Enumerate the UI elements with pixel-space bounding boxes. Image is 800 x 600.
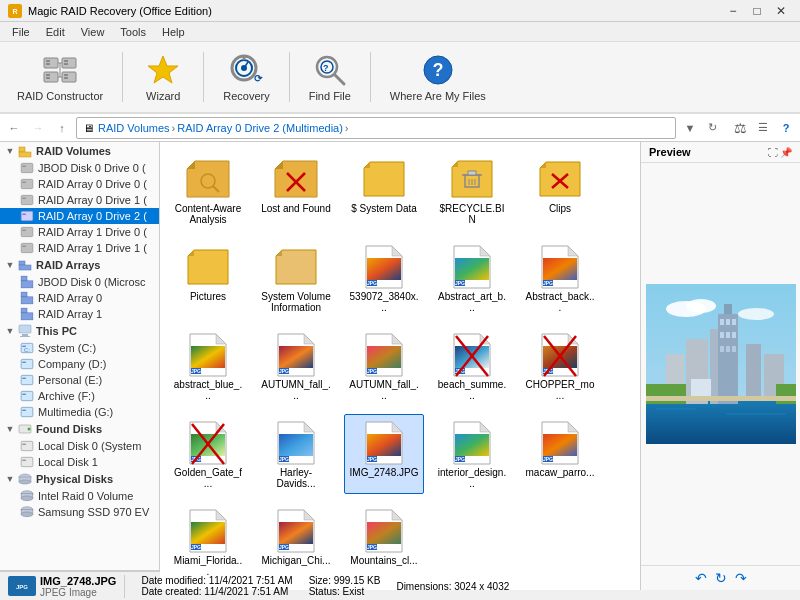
tree-section-physical-disks[interactable]: ▼ Physical Disks — [0, 470, 159, 488]
menu-edit[interactable]: Edit — [38, 24, 73, 40]
file-item-jpg-3[interactable]: JPG abstract_blue_... — [168, 326, 248, 406]
tree-item-archive-f[interactable]: Archive (F:) — [0, 388, 159, 404]
svg-point-67 — [28, 428, 31, 431]
tree-item-jbod-array[interactable]: JBOD Disk 0 (Microsc — [0, 274, 159, 290]
file-item-jpg-7[interactable]: JPG CHOPPER_mo... — [520, 326, 600, 406]
dropdown-button[interactable]: ▼ — [680, 118, 700, 138]
filter-button[interactable]: ⚖ — [730, 118, 750, 138]
tree-section-found-disks[interactable]: ▼ Found Disks — [0, 420, 159, 438]
svg-text:JPG: JPG — [367, 544, 377, 550]
breadcrumb-current[interactable]: RAID Array 0 Drive 2 (Multimedia) — [177, 122, 343, 134]
maximize-button[interactable]: □ — [746, 0, 768, 22]
file-item-jpg-4[interactable]: JPG AUTUMN_fall_... — [256, 326, 336, 406]
svg-text:⟳: ⟳ — [254, 73, 263, 84]
file-item-jpg-9[interactable]: JPG Harley-Davids... — [256, 414, 336, 494]
file-item-jpg-6[interactable]: JPG beach_summe... — [432, 326, 512, 406]
file-item-jpg-10[interactable]: JPG IMG_2748.JPG — [344, 414, 424, 494]
title-bar-left: R Magic RAID Recovery (Office Edition) — [8, 4, 212, 18]
tree-item-raid0[interactable]: RAID Array 0 — [0, 290, 159, 306]
refresh-button[interactable]: ↻ — [702, 118, 722, 138]
file-item-jpg-5[interactable]: JPG AUTUMN_fall_... — [344, 326, 424, 406]
svg-rect-227 — [726, 346, 730, 352]
svg-rect-35 — [22, 182, 26, 183]
file-item-system-data[interactable]: $ System Data — [344, 150, 424, 230]
view-button[interactable]: ☰ — [753, 118, 773, 138]
file-item-jpg-12[interactable]: JPG macaw_parro... — [520, 414, 600, 494]
svg-marker-179 — [480, 422, 490, 432]
find-file-button[interactable]: ? Find File — [300, 47, 360, 107]
status-created: Date created: 11/4/2021 7:51 AM — [141, 586, 292, 597]
preview-header: Preview ⛶ 📌 — [641, 142, 800, 163]
tree-section-raid-volumes[interactable]: ▼ RAID Volumes — [0, 142, 159, 160]
svg-marker-107 — [392, 246, 402, 256]
preview-rotate-right-btn[interactable]: ↷ — [735, 570, 747, 586]
file-item-jpg-14[interactable]: JPG Michigan_Chi... — [256, 502, 336, 582]
tree-item-local0[interactable]: Local Disk 0 (System — [0, 438, 159, 454]
tree-item-local1[interactable]: Local Disk 1 — [0, 454, 159, 470]
svg-rect-32 — [21, 163, 33, 172]
file-name-jpg-13: Miami_Florida... — [173, 555, 243, 577]
wizard-button[interactable]: Wizard — [133, 47, 193, 107]
menu-help[interactable]: Help — [154, 24, 193, 40]
tree-section-raid-arrays[interactable]: ▼ RAID Arrays — [0, 256, 159, 274]
preview-expand-btn[interactable]: ⛶ — [768, 147, 778, 158]
raid-constructor-button[interactable]: RAID Constructor — [8, 47, 112, 107]
file-item-jpg-0[interactable]: JPG 539072_3840x... — [344, 238, 424, 318]
where-files-button[interactable]: ? Where Are My Files — [381, 47, 495, 107]
file-item-recycle[interactable]: $RECYCLE.BIN — [432, 150, 512, 230]
file-item-jpg-2[interactable]: JPG Abstract_back... — [520, 238, 600, 318]
help-addr-button[interactable]: ? — [776, 118, 796, 138]
file-item-lost-found[interactable]: Lost and Found — [256, 150, 336, 230]
minimize-button[interactable]: − — [722, 0, 744, 22]
tree-item-raid0d2[interactable]: RAID Array 0 Drive 2 ( — [0, 208, 159, 224]
tree-expand-icon: ▼ — [4, 145, 16, 157]
file-icon-jpg-3: JPG — [184, 331, 232, 379]
svg-rect-3 — [46, 60, 50, 62]
file-item-jpg-8[interactable]: JPG Golden_Gate_f... — [168, 414, 248, 494]
tree-item-raid1[interactable]: RAID Array 1 — [0, 306, 159, 322]
file-item-pictures[interactable]: Pictures — [168, 238, 248, 318]
close-button[interactable]: ✕ — [770, 0, 792, 22]
svg-text:JPG: JPG — [191, 368, 201, 374]
tree-item-personal-e[interactable]: Personal (E:) — [0, 372, 159, 388]
file-item-clips[interactable]: Clips — [520, 150, 600, 230]
file-item-jpg-15[interactable]: JPG Mountains_cl... — [344, 502, 424, 582]
svg-rect-218 — [718, 314, 738, 404]
tree-item-jbod0[interactable]: JBOD Disk 0 Drive 0 ( — [0, 160, 159, 176]
forward-button[interactable]: → — [28, 118, 48, 138]
recovery-button[interactable]: ⟳ Recovery — [214, 47, 278, 107]
tree-item-samsung[interactable]: Samsung SSD 970 EV — [0, 504, 159, 520]
tree-item-multimedia-g[interactable]: Multimedia (G:) — [0, 404, 159, 420]
tree-item-raid0d1[interactable]: RAID Array 0 Drive 1 ( — [0, 192, 159, 208]
file-icon-recycle — [448, 155, 496, 203]
menu-view[interactable]: View — [73, 24, 113, 40]
svg-rect-43 — [22, 246, 26, 247]
file-item-jpg-13[interactable]: JPG Miami_Florida... — [168, 502, 248, 582]
tree-item-raid0d0[interactable]: RAID Array 0 Drive 0 ( — [0, 176, 159, 192]
breadcrumb-raid-volumes[interactable]: RAID Volumes — [98, 122, 170, 134]
tree-item-system-c[interactable]: C: System (C:) — [0, 340, 159, 356]
tree-section-this-pc[interactable]: ▼ This PC — [0, 322, 159, 340]
tree-label-raid-arrays: RAID Arrays — [36, 259, 100, 271]
up-button[interactable]: ↑ — [52, 118, 72, 138]
menu-tools[interactable]: Tools — [112, 24, 154, 40]
svg-marker-92 — [452, 161, 458, 167]
tree-item-intel-raid[interactable]: Intel Raid 0 Volume — [0, 488, 159, 504]
address-path[interactable]: 🖥 RAID Volumes › RAID Array 0 Drive 2 (M… — [76, 117, 676, 139]
file-item-jpg-1[interactable]: JPG Abstract_art_b... — [432, 238, 512, 318]
preview-rotate-left-btn[interactable]: ↶ — [695, 570, 707, 586]
tree-item-raid1d0[interactable]: RAID Array 1 Drive 0 ( — [0, 224, 159, 240]
tree-item-company-d[interactable]: Company (D:) — [0, 356, 159, 372]
file-item-content-aware[interactable]: Content-Aware Analysis — [168, 150, 248, 230]
main-content: ▼ RAID Volumes JBOD Disk 0 Drive 0 ( RAI… — [0, 142, 800, 570]
file-item-sysvolinfo[interactable]: System Volume Information — [256, 238, 336, 318]
file-icon-jpg-13: JPG — [184, 507, 232, 555]
menu-file[interactable]: File — [4, 24, 38, 40]
recovery-label: Recovery — [223, 90, 269, 102]
back-button[interactable]: ← — [4, 118, 24, 138]
svg-text:JPG: JPG — [279, 368, 289, 374]
tree-item-raid1d1[interactable]: RAID Array 1 Drive 1 ( — [0, 240, 159, 256]
preview-pin-btn[interactable]: 📌 — [780, 147, 792, 158]
file-item-jpg-11[interactable]: JPG interior_design... — [432, 414, 512, 494]
preview-refresh-btn[interactable]: ↻ — [715, 570, 727, 586]
